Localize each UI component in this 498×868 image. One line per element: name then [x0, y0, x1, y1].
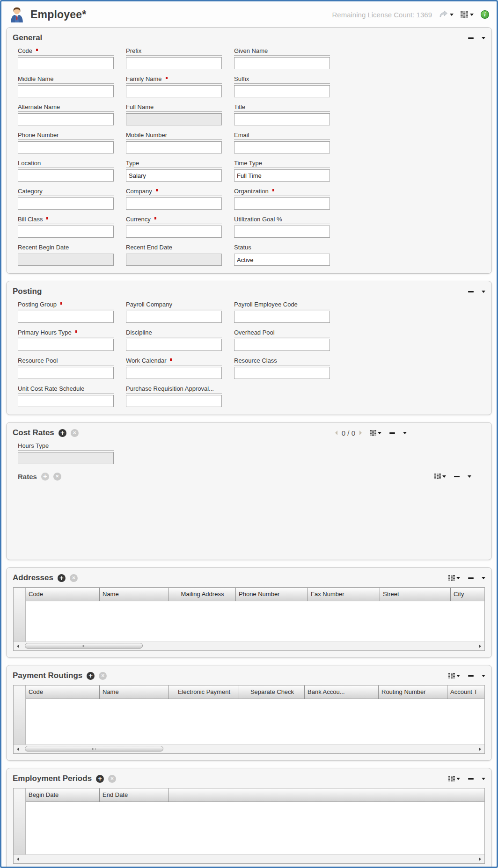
section-title-addresses: Addresses: [13, 573, 53, 583]
column-chooser-button[interactable]: [448, 776, 460, 781]
resource-class-input[interactable]: [234, 367, 330, 379]
scrollbar-thumb[interactable]: [25, 643, 143, 649]
column-header-begin-date[interactable]: Begin Date: [26, 788, 100, 802]
given-name-input[interactable]: [234, 57, 330, 69]
collapse-minus-button[interactable]: [468, 675, 474, 677]
scroll-left-arrow[interactable]: [17, 857, 19, 861]
column-header-city[interactable]: City: [451, 588, 484, 601]
column-header-name[interactable]: Name: [100, 588, 168, 601]
category-input[interactable]: [18, 197, 114, 210]
title-input[interactable]: [234, 113, 330, 125]
resource-pool-input[interactable]: [18, 367, 114, 379]
email-label: Email: [234, 131, 330, 140]
collapse-caret-button[interactable]: [468, 475, 471, 478]
scroll-left-arrow[interactable]: [17, 644, 19, 648]
column-header-electronic-payment[interactable]: Electronic Payment: [168, 686, 239, 699]
column-chooser-button[interactable]: [448, 575, 460, 581]
addresses-grid-body[interactable]: [26, 601, 484, 642]
collapse-minus-button[interactable]: [468, 37, 474, 39]
collapse-caret-button[interactable]: [482, 291, 485, 293]
bill-class-input[interactable]: [18, 226, 114, 238]
collapse-caret-button[interactable]: [482, 37, 485, 39]
overhead-pool-input[interactable]: [234, 339, 330, 351]
add-payment-routing-button[interactable]: [87, 672, 95, 680]
column-header-code[interactable]: Code: [26, 588, 100, 601]
phone-number-input[interactable]: [18, 141, 114, 153]
add-rate-button[interactable]: +: [41, 473, 49, 481]
company-input[interactable]: [126, 197, 222, 210]
mobile-number-input[interactable]: [126, 141, 222, 153]
layout-menu-button[interactable]: [461, 11, 474, 18]
scroll-right-arrow[interactable]: [479, 644, 481, 648]
collapse-caret-button[interactable]: [482, 675, 485, 677]
utilization-goal-input[interactable]: [234, 226, 330, 238]
column-header-end-date[interactable]: End Date: [100, 788, 168, 802]
scrollbar-thumb[interactable]: [25, 746, 163, 751]
horizontal-scrollbar[interactable]: [14, 642, 484, 650]
column-header-account-t[interactable]: Account T: [447, 686, 484, 699]
column-header-name[interactable]: Name: [100, 686, 168, 699]
phone-number-label-text: Phone Number: [18, 131, 59, 139]
column-header-phone-number[interactable]: Phone Number: [236, 588, 308, 601]
middle-name-input[interactable]: [18, 85, 114, 97]
previous-record-button[interactable]: [335, 430, 337, 435]
column-header-code[interactable]: Code: [26, 686, 100, 699]
scroll-right-arrow[interactable]: [479, 857, 481, 861]
payment-routings-grid-body[interactable]: [26, 699, 484, 744]
collapse-caret-button[interactable]: [403, 432, 407, 434]
column-chooser-button[interactable]: [434, 474, 446, 479]
next-record-button[interactable]: [359, 430, 362, 435]
collapse-minus-button[interactable]: [389, 432, 395, 434]
payroll-employee-code-input[interactable]: [234, 311, 330, 323]
scroll-right-arrow[interactable]: [479, 747, 481, 751]
time-type-input[interactable]: [234, 169, 330, 182]
family-name-input[interactable]: [126, 85, 222, 97]
location-input[interactable]: [18, 169, 114, 182]
discipline-input[interactable]: [126, 339, 222, 351]
currency-input[interactable]: [126, 226, 222, 238]
primary-hours-type-input[interactable]: [18, 339, 114, 351]
column-header-fax-number[interactable]: Fax Number: [308, 588, 380, 601]
collapse-minus-button[interactable]: [454, 476, 460, 477]
column-header-mailing-address[interactable]: Mailing Address: [168, 588, 236, 601]
collapse-minus-button[interactable]: [468, 577, 474, 579]
scroll-left-arrow[interactable]: [17, 747, 19, 751]
purchase-requisition-approval-input[interactable]: [126, 395, 222, 407]
horizontal-scrollbar[interactable]: [14, 744, 484, 753]
payroll-company-input[interactable]: [126, 311, 222, 323]
organization-input[interactable]: [234, 197, 330, 210]
horizontal-scrollbar[interactable]: [14, 854, 484, 863]
column-chooser-button[interactable]: [370, 430, 381, 436]
delete-employment-period-button[interactable]: [108, 775, 116, 783]
add-address-button[interactable]: [58, 574, 66, 582]
delete-cost-rate-button[interactable]: [71, 429, 79, 437]
suffix-input[interactable]: [234, 85, 330, 97]
delete-payment-routing-button[interactable]: [99, 672, 107, 680]
employment-periods-grid-body[interactable]: [26, 802, 484, 854]
collapse-caret-button[interactable]: [482, 778, 485, 780]
prefix-input[interactable]: [126, 57, 222, 69]
work-calendar-input[interactable]: [126, 367, 222, 379]
info-icon[interactable]: [481, 10, 489, 19]
collapse-minus-button[interactable]: [468, 291, 474, 292]
column-header-separate-check[interactable]: Separate Check: [239, 686, 305, 699]
column-header-street[interactable]: Street: [380, 588, 451, 601]
type-input[interactable]: [126, 169, 222, 182]
add-cost-rate-button[interactable]: [59, 429, 66, 437]
add-employment-period-button[interactable]: [96, 775, 104, 783]
goto-menu-button[interactable]: [439, 10, 454, 20]
status-input[interactable]: [234, 254, 330, 266]
unit-cost-rate-schedule-input[interactable]: [18, 395, 114, 407]
collapse-caret-button[interactable]: [482, 577, 485, 579]
code-input[interactable]: [18, 57, 114, 69]
collapse-minus-button[interactable]: [468, 778, 474, 780]
column-header-bank-accou[interactable]: Bank Accou...: [305, 686, 379, 699]
alternate-name-input[interactable]: [18, 113, 114, 125]
delete-rate-button[interactable]: [53, 473, 61, 481]
delete-address-button[interactable]: [70, 574, 78, 582]
field-bill-class: Bill Class: [18, 216, 114, 238]
column-header-routing-number[interactable]: Routing Number: [379, 686, 447, 699]
email-input[interactable]: [234, 141, 330, 153]
posting-group-input[interactable]: [18, 311, 114, 323]
column-chooser-button[interactable]: [448, 673, 460, 678]
